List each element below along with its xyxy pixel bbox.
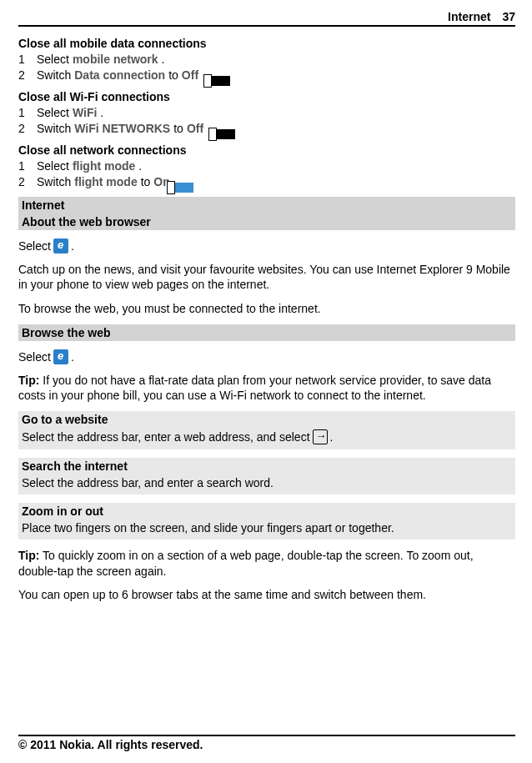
step-number: 2 xyxy=(18,68,37,82)
step-row: 2 Switch WiFi NETWORKS to Off . xyxy=(18,122,515,135)
header-section: Internet xyxy=(448,10,490,23)
search-internet-body: Select the address bar, and enter a sear… xyxy=(18,474,515,494)
goto-website-body: Select the address bar, enter a web addr… xyxy=(18,428,515,449)
step-number: 1 xyxy=(18,106,37,119)
step-text: Switch flight mode to On . xyxy=(37,175,182,188)
header-goto-website: Go to a website xyxy=(18,411,515,428)
internet-explorer-icon xyxy=(53,349,68,364)
steps-flight-mode: 1 Select flight mode. 2 Switch flight mo… xyxy=(18,159,515,188)
step-number: 2 xyxy=(18,175,37,188)
step-row: 2 Switch Data connection to Off . xyxy=(18,68,515,82)
step-text: Select WiFi. xyxy=(37,106,103,119)
step-row: 2 Switch flight mode to On . xyxy=(18,175,515,188)
steps-wifi: 1 Select WiFi. 2 Switch WiFi NETWORKS to… xyxy=(18,106,515,135)
zoom-body: Place two fingers on the screen, and sli… xyxy=(18,520,515,540)
header-browse-web: Browse the web xyxy=(18,324,515,341)
step-text: Select mobile network. xyxy=(37,53,165,66)
section-title-mobile-data: Close all mobile data connections xyxy=(18,37,515,50)
about-paragraph-2: To browse the web, you must be connected… xyxy=(18,301,515,316)
step-number: 2 xyxy=(18,122,37,135)
step-row: 1 Select WiFi. xyxy=(18,106,515,119)
step-row: 1 Select mobile network. xyxy=(18,53,515,66)
section-title-flight-mode: Close all network connections xyxy=(18,143,515,157)
about-paragraph-1: Catch up on the news, and visit your fav… xyxy=(18,262,515,292)
step-row: 1 Select flight mode. xyxy=(18,159,515,173)
browse-tip: Tip: If you do not have a flat-rate data… xyxy=(18,373,515,403)
steps-mobile-data: 1 Select mobile network. 2 Switch Data c… xyxy=(18,53,515,82)
page-header: Internet 37 xyxy=(18,10,515,27)
step-text: Select flight mode. xyxy=(37,159,142,173)
header-about-browser: About the web browser xyxy=(18,213,515,230)
header-search-internet: Search the internet xyxy=(18,458,515,474)
zoom-tip: Tip: To quickly zoom in on a section of … xyxy=(18,548,515,578)
select-browser-line-2: Select . xyxy=(18,349,515,364)
internet-explorer-icon xyxy=(53,238,68,253)
tabs-paragraph: You can open up to 6 browser tabs at the… xyxy=(18,587,515,602)
header-zoom: Zoom in or out xyxy=(18,503,515,520)
step-number: 1 xyxy=(18,53,37,66)
step-number: 1 xyxy=(18,159,37,173)
header-internet: Internet xyxy=(18,197,515,213)
section-title-wifi: Close all Wi-Fi connections xyxy=(18,90,515,103)
go-arrow-icon xyxy=(313,429,328,444)
select-browser-line: Select . xyxy=(18,238,515,253)
step-text: Switch WiFi NETWORKS to Off . xyxy=(37,122,215,135)
footer-copyright: © 2011 Nokia. All rights reserved. xyxy=(18,735,515,751)
step-text: Switch Data connection to Off . xyxy=(37,68,210,82)
header-page-number: 37 xyxy=(502,10,515,23)
